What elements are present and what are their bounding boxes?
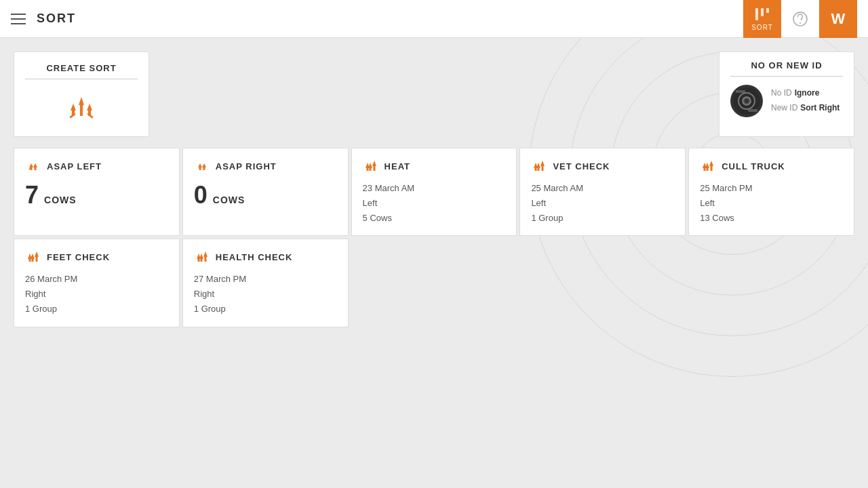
w-badge-label: W [831, 10, 846, 28]
svg-rect-0 [755, 8, 758, 20]
cull-truck-header: CULL TRUCK [700, 158, 843, 174]
no-id-row: No ID Ignore [771, 86, 840, 101]
svg-marker-30 [28, 253, 32, 262]
feet-check-details: 26 March PM Right 1 Group [25, 272, 168, 317]
asap-left-count: 7 [25, 181, 39, 209]
no-new-id-card: NO OR NEW ID [719, 52, 854, 137]
svg-marker-5 [79, 97, 84, 116]
health-check-header: HEALTH CHECK [194, 249, 337, 265]
feet-check-header: FEET CHECK [25, 249, 168, 265]
svg-marker-20 [372, 161, 376, 171]
feet-check-detail-1: Right [25, 287, 168, 302]
rfid-icon [730, 85, 763, 117]
heat-detail-1: Left [363, 196, 506, 211]
feet-check-detail-2: 1 Group [25, 302, 168, 317]
row1-cards: ASAP LEFT 7 COWS ASAP RIGHT 0 COWS [14, 148, 854, 236]
health-check-detail-1: Right [194, 287, 337, 302]
asap-right-card[interactable]: ASAP RIGHT 0 COWS [182, 148, 349, 236]
health-check-card[interactable]: HEALTH CHECK 27 March PM Right 1 Group [182, 239, 349, 327]
asap-left-count-row: 7 COWS [25, 181, 168, 209]
create-sort-icon [64, 90, 99, 125]
asap-right-icon [194, 158, 210, 174]
menu-button[interactable] [11, 14, 26, 24]
page-title: SORT [37, 12, 76, 26]
heat-header: HEAT [363, 158, 506, 174]
no-id-value: Ignore [795, 86, 820, 101]
create-sort-title: CREATE SORT [46, 63, 116, 73]
asap-right-unit: COWS [213, 195, 245, 205]
vet-check-detail-0: 25 March AM [531, 181, 674, 196]
svg-marker-15 [33, 163, 37, 170]
create-sort-card[interactable]: CREATE SORT [14, 52, 149, 137]
health-check-title: HEALTH CHECK [216, 252, 293, 262]
no-id-key: No ID [771, 86, 792, 101]
cull-truck-title: CULL TRUCK [722, 161, 785, 171]
feet-check-title: FEET CHECK [47, 252, 110, 262]
vet-check-header: VET CHECK [531, 158, 674, 174]
svg-marker-32 [203, 251, 208, 262]
cull-truck-detail-2: 13 Cows [700, 211, 843, 226]
asap-left-title: ASAP LEFT [47, 161, 102, 171]
w-badge-button[interactable]: W [819, 0, 857, 38]
svg-rect-2 [766, 8, 769, 13]
svg-marker-26 [709, 161, 713, 171]
new-id-row: New ID Sort Right [771, 101, 840, 116]
help-icon [791, 9, 810, 28]
vet-check-card[interactable]: VET CHECK 25 March AM Left 1 Group [519, 148, 686, 236]
asap-right-header: ASAP RIGHT [194, 158, 337, 174]
heat-details: 23 March AM Left 5 Cows [363, 181, 506, 226]
cull-truck-icon [700, 158, 716, 174]
svg-rect-1 [761, 8, 764, 16]
cull-truck-card[interactable]: CULL TRUCK 25 March PM Left 13 Cows [688, 148, 854, 236]
header-icons: SORT W [743, 0, 857, 38]
empty-card-5 [688, 239, 854, 327]
no-new-id-title: NO OR NEW ID [730, 60, 843, 70]
heat-icon [363, 158, 379, 174]
svg-marker-33 [197, 253, 201, 262]
new-id-key: New ID [771, 101, 797, 116]
empty-card-4 [519, 239, 686, 327]
svg-marker-21 [366, 163, 370, 171]
new-id-value: Sort Right [800, 101, 840, 116]
asap-left-card[interactable]: ASAP LEFT 7 COWS [14, 148, 180, 236]
asap-right-title: ASAP RIGHT [216, 161, 277, 171]
heat-card[interactable]: HEAT 23 March AM Left 5 Cows [351, 148, 517, 236]
cull-truck-detail-0: 25 March PM [700, 181, 843, 196]
feet-check-card[interactable]: FEET CHECK 26 March PM Right 1 Group [14, 239, 180, 327]
asap-left-header: ASAP LEFT [25, 158, 168, 174]
create-sort-divider [25, 79, 138, 79]
health-check-detail-0: 27 March PM [194, 272, 337, 287]
top-row: CREATE SORT [14, 52, 854, 137]
health-check-detail-2: 1 Group [194, 302, 337, 317]
sort-icon-label: SORT [751, 24, 773, 31]
heat-detail-2: 5 Cows [363, 211, 506, 226]
sort-icon-button[interactable]: SORT [743, 0, 781, 38]
svg-marker-18 [202, 163, 206, 170]
no-new-id-divider [730, 76, 843, 77]
cull-truck-detail-1: Left [700, 196, 843, 211]
vet-check-detail-2: 1 Group [531, 211, 674, 226]
top-row-spacer [149, 52, 719, 137]
feet-check-icon [25, 249, 41, 265]
heat-detail-0: 23 March AM [363, 181, 506, 196]
vet-check-detail-1: Left [531, 196, 674, 211]
svg-point-11 [745, 99, 749, 103]
vet-check-icon [531, 158, 547, 174]
svg-rect-13 [748, 109, 757, 112]
asap-left-unit: COWS [44, 195, 77, 205]
svg-marker-27 [703, 163, 707, 171]
help-button[interactable] [781, 0, 819, 38]
svg-marker-23 [540, 161, 545, 171]
empty-card-3 [351, 239, 517, 327]
svg-marker-17 [198, 163, 202, 170]
health-check-icon [194, 249, 210, 265]
cull-truck-details: 25 March PM Left 13 Cows [700, 181, 843, 226]
heat-title: HEAT [384, 161, 410, 171]
asap-right-count-row: 0 COWS [194, 181, 337, 209]
rfid-icon-svg [732, 86, 762, 116]
no-new-id-content: No ID Ignore New ID Sort Right [730, 85, 843, 117]
row2-cards: FEET CHECK 26 March PM Right 1 Group HEA… [14, 239, 854, 327]
asap-right-count: 0 [194, 181, 208, 209]
svg-marker-24 [534, 163, 538, 171]
feet-check-detail-0: 26 March PM [25, 272, 168, 287]
